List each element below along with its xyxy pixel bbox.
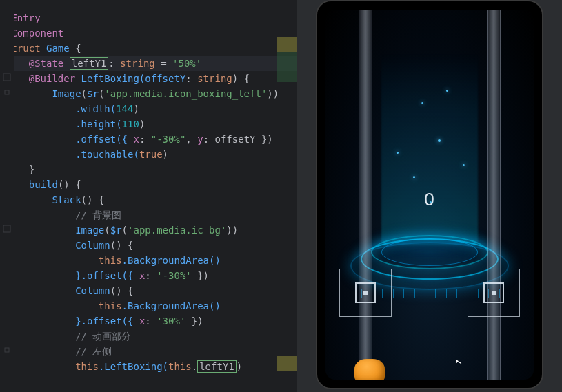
paren: ( bbox=[104, 225, 110, 236]
string-literal: 'app.media.icon_boxing_left' bbox=[104, 88, 267, 99]
preview-panel: 0 ↖ bbox=[297, 0, 562, 392]
call-r: $r bbox=[110, 225, 122, 236]
method-build: build bbox=[29, 179, 58, 190]
boxing-glove-icon[interactable] bbox=[354, 359, 385, 380]
particle bbox=[463, 164, 465, 166]
svg-rect-3 bbox=[5, 348, 9, 352]
annotation-component: @Component bbox=[6, 28, 63, 39]
code-content[interactable]: @Entry @Component struct Game { @State l… bbox=[0, 10, 297, 374]
score-display: 0 bbox=[424, 189, 434, 210]
annotation-state: @State bbox=[29, 58, 64, 69]
call-column: Column bbox=[75, 285, 110, 296]
call-column: Column bbox=[75, 240, 110, 251]
light-beam bbox=[381, 52, 478, 245]
type-string: string bbox=[120, 58, 155, 69]
paren: ) bbox=[163, 149, 168, 160]
minimap-change-marker bbox=[277, 356, 297, 371]
call-backgroundarea: .BackgroundArea() bbox=[122, 255, 221, 266]
particle bbox=[397, 152, 399, 154]
colon: : bbox=[145, 270, 157, 281]
paren: }) bbox=[185, 316, 203, 327]
gutter-marker-icon bbox=[3, 224, 11, 232]
string-literal: 'app.media.ic_bg' bbox=[128, 225, 226, 236]
gutter-marker-icon bbox=[3, 345, 11, 353]
dot: . bbox=[192, 361, 197, 372]
number-literal: 144 bbox=[116, 103, 133, 114]
call-leftboxing: .LeftBoxing( bbox=[99, 361, 168, 372]
chain-offset: .offset({ bbox=[75, 134, 133, 145]
call-backgroundarea: .BackgroundArea() bbox=[122, 300, 221, 311]
string-literal: '-30%' bbox=[157, 270, 192, 281]
type-string: string bbox=[197, 73, 232, 84]
paren: ) bbox=[139, 118, 145, 130]
annotation-builder: @Builder bbox=[29, 73, 75, 84]
chain-offset: }.offset({ bbox=[75, 270, 139, 281]
target-right[interactable] bbox=[468, 269, 520, 317]
paren-brace: ) { bbox=[232, 73, 250, 84]
param-name: offsetY bbox=[145, 73, 185, 84]
string-literal: '50%' bbox=[172, 58, 201, 69]
equals: = bbox=[155, 58, 172, 69]
comment: // 左侧 bbox=[75, 346, 112, 357]
number-literal: 110 bbox=[122, 118, 139, 130]
gutter-marker-icon bbox=[3, 87, 11, 96]
colon: : bbox=[139, 134, 151, 145]
call-stack: Stack bbox=[52, 194, 81, 205]
brace: { bbox=[75, 43, 81, 54]
comment: // 动画部分 bbox=[75, 331, 131, 342]
keyword-this: this bbox=[99, 255, 122, 266]
string-literal: "-30%" bbox=[151, 134, 186, 145]
colon: : bbox=[145, 316, 157, 327]
particle bbox=[421, 102, 423, 104]
paren-brace: () { bbox=[81, 194, 105, 205]
chain-height: .height( bbox=[75, 118, 121, 130]
paren-brace: () { bbox=[58, 179, 81, 190]
prop-x: x bbox=[133, 134, 139, 145]
call-r: $r bbox=[87, 88, 99, 99]
paren: ( bbox=[122, 225, 128, 236]
paren: ( bbox=[81, 88, 87, 99]
paren-brace: () { bbox=[110, 240, 134, 251]
minimap-change-marker bbox=[277, 52, 297, 67]
keyword-this: this bbox=[75, 361, 99, 372]
rest: : offsetY }) bbox=[203, 134, 273, 145]
state-var-name: leftY1 bbox=[70, 57, 109, 70]
builder-method: LeftBoxing( bbox=[75, 73, 145, 84]
paren: ) bbox=[237, 361, 242, 372]
prop-y: y bbox=[197, 134, 203, 145]
svg-rect-2 bbox=[3, 225, 10, 232]
chain-width: .width( bbox=[75, 103, 116, 114]
paren: )) bbox=[226, 225, 238, 236]
particle bbox=[413, 176, 415, 178]
particle bbox=[446, 90, 448, 92]
comment: // 背景图 bbox=[75, 209, 121, 220]
paren: )) bbox=[267, 88, 279, 99]
comma: , bbox=[185, 134, 197, 145]
particle bbox=[438, 139, 441, 142]
struct-name: Game bbox=[41, 43, 76, 54]
minimap-change-marker bbox=[277, 67, 297, 82]
call-image: Image bbox=[75, 225, 104, 236]
svg-rect-0 bbox=[3, 74, 10, 81]
chain-touchable: .touchable( bbox=[75, 149, 139, 160]
code-editor[interactable]: @Entry @Component struct Game { @State l… bbox=[0, 0, 297, 392]
paren: ) bbox=[133, 103, 139, 114]
string-literal: '30%' bbox=[157, 316, 185, 327]
pillar-left bbox=[359, 10, 372, 380]
chain-offset: }.offset({ bbox=[75, 316, 139, 327]
state-ref: leftY1 bbox=[197, 360, 237, 373]
minimap-change-marker bbox=[277, 37, 297, 52]
colon: : bbox=[108, 58, 120, 69]
cursor-icon: ↖ bbox=[454, 353, 463, 368]
paren: }) bbox=[192, 270, 209, 281]
device-screen[interactable]: 0 ↖ bbox=[325, 10, 534, 380]
pillar-right bbox=[487, 10, 501, 380]
bool-literal: true bbox=[139, 149, 163, 160]
paren-brace: () { bbox=[110, 285, 134, 296]
brace: } bbox=[29, 164, 34, 175]
target-left[interactable] bbox=[339, 269, 392, 317]
keyword-this: this bbox=[99, 300, 122, 311]
gutter bbox=[0, 0, 14, 392]
keyword-this: this bbox=[168, 361, 192, 372]
gutter-marker-icon bbox=[3, 72, 11, 81]
